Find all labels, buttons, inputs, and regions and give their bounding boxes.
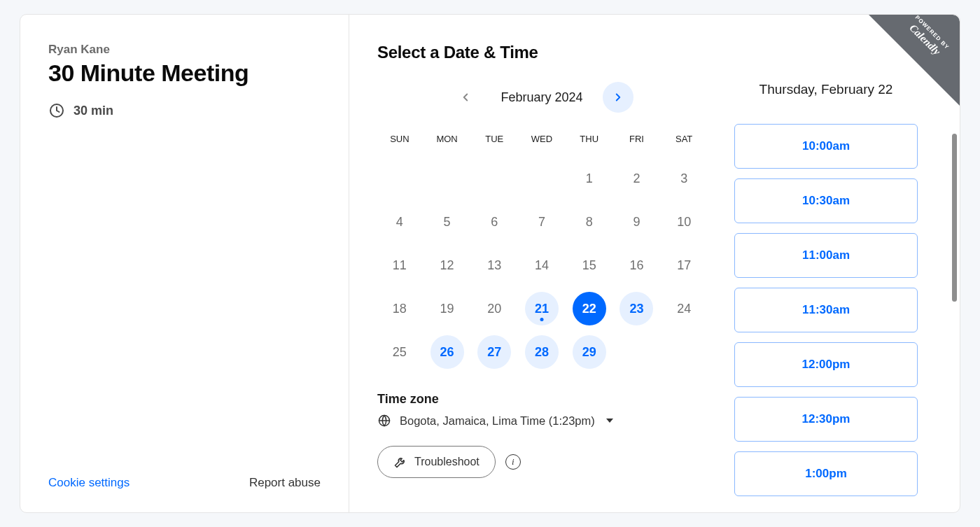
next-month-button[interactable] xyxy=(603,82,634,113)
time-slot[interactable]: 11:30am xyxy=(734,288,918,332)
calendar-cell: 5 xyxy=(425,202,470,242)
calendar-cell: 10 xyxy=(662,202,706,242)
calendar-cell: 6 xyxy=(472,202,517,242)
calendar-cell: 19 xyxy=(425,288,470,329)
prev-month-button[interactable] xyxy=(450,82,481,113)
calendar-day-unavailable: 2 xyxy=(620,162,653,195)
calendar-cell xyxy=(425,158,470,199)
calendar-cell: 9 xyxy=(615,202,659,242)
calendar-day-unavailable: 14 xyxy=(525,248,559,282)
calendar-day-unavailable: 11 xyxy=(383,248,416,282)
calendar-cell: 7 xyxy=(519,202,564,242)
calendar-dow: THU xyxy=(567,128,612,155)
time-slot[interactable]: 10:00am xyxy=(734,124,918,169)
troubleshoot-label: Troubleshoot xyxy=(414,456,479,468)
calendar-cell: 12 xyxy=(425,245,470,286)
calendar-cell: 28 xyxy=(519,332,564,372)
info-button[interactable]: i xyxy=(505,454,521,470)
duration-row: 30 min xyxy=(48,102,321,119)
timezone-label: Bogota, Jamaica, Lima Time (1:23pm) xyxy=(400,414,595,428)
calendar-day-unavailable: 24 xyxy=(667,292,701,325)
calendar-header: February 2024 xyxy=(377,82,706,113)
chevron-left-icon xyxy=(459,91,472,104)
time-slot[interactable]: 10:30am xyxy=(734,178,918,223)
calendar-cell: 22 xyxy=(567,288,612,329)
calendar-day-unavailable: 17 xyxy=(667,248,701,282)
powered-by-calendly-link[interactable] xyxy=(869,15,960,106)
calendar-day-unavailable: 25 xyxy=(383,335,416,369)
chevron-down-icon xyxy=(606,419,613,423)
calendar-dow: SUN xyxy=(377,128,422,155)
calendar-cell: 14 xyxy=(519,245,564,286)
calendar-cell: 13 xyxy=(472,245,517,286)
calendar-day-available[interactable]: 27 xyxy=(477,335,511,369)
calendar-day-available[interactable]: 26 xyxy=(430,335,464,369)
timezone-block: Time zone Bogota, Jamaica, Lima Time (1:… xyxy=(377,392,706,428)
calendar-day-selected[interactable]: 22 xyxy=(573,292,606,325)
calendar-day-unavailable: 20 xyxy=(477,292,511,325)
calendar-cell: 2 xyxy=(615,158,659,199)
calendar-day-available[interactable]: 21 xyxy=(525,292,559,325)
calendar-day-unavailable: 8 xyxy=(573,205,606,239)
booking-card: Ryan Kane 30 Minute Meeting 30 min Cooki… xyxy=(20,14,960,513)
calendar-day-unavailable: 4 xyxy=(383,205,416,239)
calendar-dow: MON xyxy=(425,128,470,155)
event-details-panel: Ryan Kane 30 Minute Meeting 30 min Cooki… xyxy=(20,15,349,512)
calendar-cell xyxy=(472,158,517,199)
calendar-day-unavailable: 10 xyxy=(667,205,701,239)
host-name: Ryan Kane xyxy=(48,43,321,57)
calendar-cell xyxy=(377,158,422,199)
calendar-day-available[interactable]: 29 xyxy=(573,335,606,369)
time-slots-column: Thursday, February 22 10:00am10:30am11:0… xyxy=(734,82,918,496)
time-slot[interactable]: 11:00am xyxy=(734,233,918,278)
scrollbar-thumb[interactable] xyxy=(952,134,957,302)
cookie-settings-link[interactable]: Cookie settings xyxy=(48,476,130,490)
calendar-dow: TUE xyxy=(472,128,517,155)
calendar-cell: 21 xyxy=(519,288,564,329)
calendar-day-unavailable: 13 xyxy=(477,248,511,282)
calendar-cell: 17 xyxy=(662,245,706,286)
calendar-cell: 27 xyxy=(472,332,517,372)
calendar-cell: 29 xyxy=(567,332,612,372)
calendar-cell xyxy=(615,332,659,372)
calendar-cell: 1 xyxy=(567,158,612,199)
time-slot[interactable]: 12:00pm xyxy=(734,342,918,387)
calendar-dow: FRI xyxy=(615,128,659,155)
calendar-cell xyxy=(519,158,564,199)
globe-icon xyxy=(377,414,391,428)
troubleshoot-button[interactable]: Troubleshoot xyxy=(377,446,496,478)
calendar-cell: 3 xyxy=(662,158,706,199)
calendar-cell: 8 xyxy=(567,202,612,242)
calendar-day-unavailable: 9 xyxy=(620,205,653,239)
calendar-day-available[interactable]: 28 xyxy=(525,335,559,369)
time-slot[interactable]: 1:00pm xyxy=(734,451,918,496)
timezone-heading: Time zone xyxy=(377,392,706,407)
calendar-day-unavailable: 5 xyxy=(430,205,464,239)
calendar-day-unavailable: 6 xyxy=(477,205,511,239)
calendar-grid: SUNMONTUEWEDTHUFRISAT1234567891011121314… xyxy=(377,128,706,372)
calendar: February 2024 SUNMONTUEWEDTHUFRISAT12345… xyxy=(377,82,706,496)
calendar-dow: SAT xyxy=(662,128,706,155)
calendar-cell: 16 xyxy=(615,245,659,286)
calendar-cell: 11 xyxy=(377,245,422,286)
troubleshoot-row: Troubleshoot i xyxy=(377,446,706,478)
calendar-day-unavailable: 12 xyxy=(430,248,464,282)
select-date-time-heading: Select a Date & Time xyxy=(377,43,918,62)
calendar-day-unavailable: 19 xyxy=(430,292,464,325)
calendar-cell: 20 xyxy=(472,288,517,329)
calendar-day-unavailable: 18 xyxy=(383,292,416,325)
calendar-dow: WED xyxy=(519,128,564,155)
calendar-month-label: February 2024 xyxy=(500,90,582,105)
report-abuse-link[interactable]: Report abuse xyxy=(249,476,321,490)
wrench-icon xyxy=(393,455,407,469)
calendar-day-unavailable: 3 xyxy=(667,162,701,195)
calendar-cell: 18 xyxy=(377,288,422,329)
calendar-cell: 24 xyxy=(662,288,706,329)
calendar-cell: 4 xyxy=(377,202,422,242)
calendar-day-available[interactable]: 23 xyxy=(620,292,653,325)
calendar-day-unavailable: 15 xyxy=(573,248,606,282)
time-slot[interactable]: 12:30pm xyxy=(734,397,918,442)
timezone-dropdown[interactable]: Bogota, Jamaica, Lima Time (1:23pm) xyxy=(377,414,706,428)
calendar-cell: 25 xyxy=(377,332,422,372)
calendar-day-unavailable: 1 xyxy=(573,162,606,195)
